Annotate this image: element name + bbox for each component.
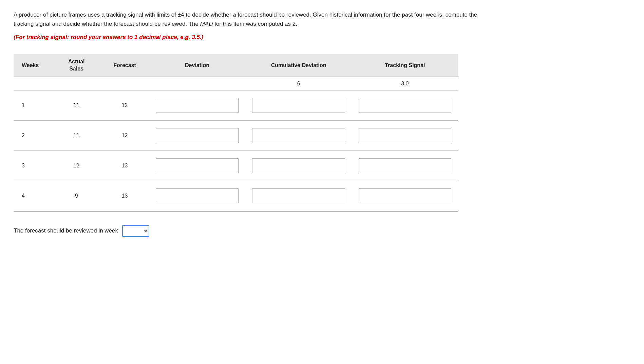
pre-tracking-value: 3.0: [352, 77, 458, 90]
tracking-3-input[interactable]: [359, 158, 451, 173]
cumdev-4-cell: [245, 181, 352, 211]
cumdev-1-input[interactable]: [252, 98, 345, 113]
tracking-2-cell: [352, 120, 458, 150]
tracking-2-input[interactable]: [359, 128, 451, 143]
tracking-4-input[interactable]: [359, 188, 451, 203]
forecast-4-cell: 13: [100, 181, 149, 211]
week-2-cell: 2: [14, 120, 52, 150]
header-tracking-signal: Tracking Signal: [352, 54, 458, 77]
cumdev-4-input[interactable]: [252, 188, 345, 203]
table-row: 3 12 13: [14, 150, 458, 181]
actual-4-cell: 9: [52, 181, 100, 211]
week-4-cell: 4: [14, 181, 52, 211]
tracking-1-input[interactable]: [359, 98, 451, 113]
header-actual-sales: Actual Sales: [52, 54, 100, 77]
cumdev-3-input[interactable]: [252, 158, 345, 173]
deviation-4-cell: [149, 181, 246, 211]
deviation-4-input[interactable]: [156, 188, 239, 203]
cumdev-2-input[interactable]: [252, 128, 345, 143]
deviation-3-input[interactable]: [156, 158, 239, 173]
mad-italic: MAD: [200, 21, 213, 27]
deviation-1-input[interactable]: [156, 98, 239, 113]
cumdev-1-cell: [245, 90, 352, 120]
week-select[interactable]: 1 2 3 4: [122, 225, 149, 237]
table-row: 4 9 13: [14, 181, 458, 211]
footer-section: The forecast should be reviewed in week …: [14, 225, 630, 237]
header-weeks: Weeks: [14, 54, 52, 77]
header-deviation: Deviation: [149, 54, 246, 77]
pre-data-row: 6 3.0: [14, 77, 458, 90]
intro-paragraph: A producer of picture frames uses a trac…: [14, 10, 489, 28]
table-row: 2 11 12: [14, 120, 458, 150]
deviation-1-cell: [149, 90, 246, 120]
week-3-cell: 3: [14, 150, 52, 181]
pre-forecast-cell: [100, 77, 149, 90]
forecast-1-cell: 12: [100, 90, 149, 120]
deviation-2-cell: [149, 120, 246, 150]
footer-label: The forecast should be reviewed in week: [14, 227, 118, 234]
pre-cumdev-value: 6: [245, 77, 352, 90]
actual-3-cell: 12: [52, 150, 100, 181]
header-cumulative-deviation: Cumulative Deviation: [245, 54, 352, 77]
cumdev-3-cell: [245, 150, 352, 181]
cumdev-2-cell: [245, 120, 352, 150]
table-header-row: Weeks Actual Sales Forecast Deviation Cu…: [14, 54, 458, 77]
week-1-cell: 1: [14, 90, 52, 120]
pre-actual-cell: [52, 77, 100, 90]
forecast-2-cell: 12: [100, 120, 149, 150]
forecast-table: Weeks Actual Sales Forecast Deviation Cu…: [14, 54, 458, 211]
forecast-table-wrapper: Weeks Actual Sales Forecast Deviation Cu…: [14, 54, 458, 211]
forecast-3-cell: 13: [100, 150, 149, 181]
header-actual-line2: Sales: [69, 66, 83, 72]
tracking-3-cell: [352, 150, 458, 181]
note-text: (For tracking signal: round your answers…: [14, 34, 630, 41]
header-actual-line1: Actual: [68, 59, 85, 64]
table-row: 1 11 12: [14, 90, 458, 120]
tracking-4-cell: [352, 181, 458, 211]
actual-2-cell: 11: [52, 120, 100, 150]
tracking-1-cell: [352, 90, 458, 120]
deviation-3-cell: [149, 150, 246, 181]
deviation-2-input[interactable]: [156, 128, 239, 143]
pre-weeks-cell: [14, 77, 52, 90]
pre-deviation-cell: [149, 77, 246, 90]
header-forecast: Forecast: [100, 54, 149, 77]
actual-1-cell: 11: [52, 90, 100, 120]
